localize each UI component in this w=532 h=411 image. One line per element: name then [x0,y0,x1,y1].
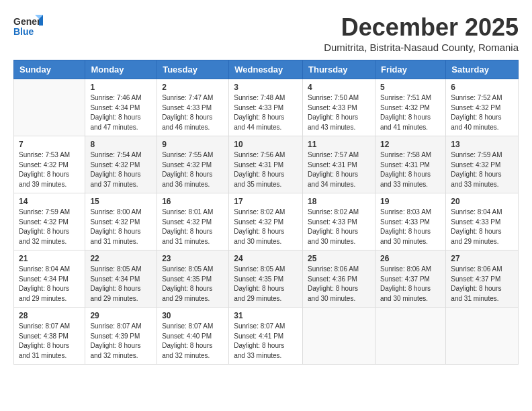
day-info: Sunrise: 7:53 AM Sunset: 4:32 PM Dayligh… [19,150,80,189]
day-info: Sunrise: 8:01 AM Sunset: 4:32 PM Dayligh… [162,208,224,246]
calendar-cell: 2Sunrise: 7:47 AM Sunset: 4:33 PM Daylig… [157,79,229,136]
calendar-cell: 6Sunrise: 7:52 AM Sunset: 4:32 PM Daylig… [446,79,519,136]
calendar-cell: 14Sunrise: 7:59 AM Sunset: 4:32 PM Dayli… [14,193,85,250]
calendar-cell: 26Sunrise: 8:06 AM Sunset: 4:37 PM Dayli… [375,250,445,308]
day-number: 27 [451,254,513,263]
calendar-cell [303,308,375,365]
day-info: Sunrise: 7:57 AM Sunset: 4:31 PM Dayligh… [308,150,370,189]
day-number: 30 [162,311,224,320]
weekday-header-tuesday: Tuesday [157,60,229,79]
day-number: 7 [19,140,80,149]
calendar-cell [446,308,519,365]
day-number: 13 [451,140,513,149]
day-number: 6 [451,83,513,92]
day-number: 20 [451,197,513,206]
calendar-cell: 20Sunrise: 8:04 AM Sunset: 4:33 PM Dayli… [446,193,519,250]
day-number: 23 [162,254,224,263]
calendar-cell: 9Sunrise: 7:55 AM Sunset: 4:32 PM Daylig… [157,136,229,193]
calendar-cell: 16Sunrise: 8:01 AM Sunset: 4:32 PM Dayli… [157,193,229,250]
svg-text:Blue: Blue [13,26,34,37]
location-title: Dumitrita, Bistrita-Nasaud County, Roman… [324,42,519,53]
day-number: 31 [234,311,298,320]
weekday-header-friday: Friday [375,60,445,79]
day-info: Sunrise: 7:54 AM Sunset: 4:32 PM Dayligh… [90,150,152,189]
day-number: 1 [90,83,152,92]
day-number: 14 [19,197,80,206]
calendar-cell: 4Sunrise: 7:50 AM Sunset: 4:33 PM Daylig… [303,79,375,136]
day-info: Sunrise: 7:48 AM Sunset: 4:33 PM Dayligh… [234,93,298,132]
day-number: 21 [19,254,80,263]
calendar-week-3: 14Sunrise: 7:59 AM Sunset: 4:32 PM Dayli… [14,193,519,250]
page-header: General Blue December 2025 Dumitrita, Bi… [13,13,519,53]
day-info: Sunrise: 8:05 AM Sunset: 4:35 PM Dayligh… [162,265,224,304]
day-info: Sunrise: 8:03 AM Sunset: 4:33 PM Dayligh… [380,208,441,246]
day-number: 4 [308,83,370,92]
day-number: 26 [380,254,441,263]
day-number: 22 [90,254,152,263]
day-number: 8 [90,140,152,149]
day-number: 5 [380,83,441,92]
calendar-cell: 15Sunrise: 8:00 AM Sunset: 4:32 PM Dayli… [85,193,157,250]
day-number: 24 [234,254,298,263]
weekday-header-row: SundayMondayTuesdayWednesdayThursdayFrid… [14,60,519,79]
day-info: Sunrise: 8:07 AM Sunset: 4:40 PM Dayligh… [162,322,224,361]
weekday-header-saturday: Saturday [446,60,519,79]
day-info: Sunrise: 8:02 AM Sunset: 4:32 PM Dayligh… [234,208,298,246]
calendar-cell: 31Sunrise: 8:07 AM Sunset: 4:41 PM Dayli… [229,308,303,365]
day-info: Sunrise: 7:59 AM Sunset: 4:32 PM Dayligh… [19,208,80,246]
day-info: Sunrise: 8:07 AM Sunset: 4:41 PM Dayligh… [234,322,298,361]
day-info: Sunrise: 8:04 AM Sunset: 4:33 PM Dayligh… [451,208,513,246]
calendar-cell: 1Sunrise: 7:46 AM Sunset: 4:34 PM Daylig… [85,79,157,136]
day-number: 10 [234,140,298,149]
calendar-cell: 10Sunrise: 7:56 AM Sunset: 4:31 PM Dayli… [229,136,303,193]
day-info: Sunrise: 8:04 AM Sunset: 4:34 PM Dayligh… [19,265,80,304]
calendar-cell: 17Sunrise: 8:02 AM Sunset: 4:32 PM Dayli… [229,193,303,250]
day-info: Sunrise: 8:05 AM Sunset: 4:35 PM Dayligh… [234,265,298,304]
calendar-cell: 11Sunrise: 7:57 AM Sunset: 4:31 PM Dayli… [303,136,375,193]
day-info: Sunrise: 7:50 AM Sunset: 4:33 PM Dayligh… [308,93,370,132]
logo: General Blue [13,13,43,38]
calendar-week-1: 1Sunrise: 7:46 AM Sunset: 4:34 PM Daylig… [14,79,519,136]
day-number: 18 [308,197,370,206]
calendar-cell [14,79,85,136]
calendar-week-4: 21Sunrise: 8:04 AM Sunset: 4:34 PM Dayli… [14,250,519,308]
day-number: 12 [380,140,441,149]
day-number: 25 [308,254,370,263]
calendar-cell: 23Sunrise: 8:05 AM Sunset: 4:35 PM Dayli… [157,250,229,308]
day-info: Sunrise: 8:06 AM Sunset: 4:36 PM Dayligh… [308,265,370,304]
day-info: Sunrise: 7:56 AM Sunset: 4:31 PM Dayligh… [234,150,298,189]
calendar-cell: 30Sunrise: 8:07 AM Sunset: 4:40 PM Dayli… [157,308,229,365]
month-title: December 2025 [324,13,519,42]
calendar-cell: 21Sunrise: 8:04 AM Sunset: 4:34 PM Dayli… [14,250,85,308]
calendar-cell: 24Sunrise: 8:05 AM Sunset: 4:35 PM Dayli… [229,250,303,308]
day-info: Sunrise: 8:06 AM Sunset: 4:37 PM Dayligh… [380,265,441,304]
calendar-week-2: 7Sunrise: 7:53 AM Sunset: 4:32 PM Daylig… [14,136,519,193]
calendar-cell: 25Sunrise: 8:06 AM Sunset: 4:36 PM Dayli… [303,250,375,308]
day-number: 11 [308,140,370,149]
title-block: December 2025 Dumitrita, Bistrita-Nasaud… [324,13,519,53]
day-info: Sunrise: 8:06 AM Sunset: 4:37 PM Dayligh… [451,265,513,304]
calendar-cell: 29Sunrise: 8:07 AM Sunset: 4:39 PM Dayli… [85,308,157,365]
weekday-header-wednesday: Wednesday [229,60,303,79]
day-info: Sunrise: 7:47 AM Sunset: 4:33 PM Dayligh… [162,93,224,132]
day-info: Sunrise: 7:51 AM Sunset: 4:32 PM Dayligh… [380,93,441,132]
day-info: Sunrise: 7:59 AM Sunset: 4:32 PM Dayligh… [451,150,513,189]
day-info: Sunrise: 7:52 AM Sunset: 4:32 PM Dayligh… [451,93,513,132]
day-info: Sunrise: 8:07 AM Sunset: 4:39 PM Dayligh… [90,322,152,361]
day-info: Sunrise: 7:46 AM Sunset: 4:34 PM Dayligh… [90,93,152,132]
calendar-cell: 5Sunrise: 7:51 AM Sunset: 4:32 PM Daylig… [375,79,445,136]
calendar-cell: 19Sunrise: 8:03 AM Sunset: 4:33 PM Dayli… [375,193,445,250]
day-info: Sunrise: 8:07 AM Sunset: 4:38 PM Dayligh… [19,322,80,361]
calendar-cell [375,308,445,365]
day-info: Sunrise: 8:05 AM Sunset: 4:34 PM Dayligh… [90,265,152,304]
day-number: 17 [234,197,298,206]
weekday-header-thursday: Thursday [303,60,375,79]
calendar-cell: 13Sunrise: 7:59 AM Sunset: 4:32 PM Dayli… [446,136,519,193]
calendar-cell: 3Sunrise: 7:48 AM Sunset: 4:33 PM Daylig… [229,79,303,136]
logo-icon: General Blue [13,13,43,38]
calendar-cell: 8Sunrise: 7:54 AM Sunset: 4:32 PM Daylig… [85,136,157,193]
day-number: 9 [162,140,224,149]
calendar-cell: 28Sunrise: 8:07 AM Sunset: 4:38 PM Dayli… [14,308,85,365]
weekday-header-sunday: Sunday [14,60,85,79]
calendar-cell: 18Sunrise: 8:02 AM Sunset: 4:33 PM Dayli… [303,193,375,250]
